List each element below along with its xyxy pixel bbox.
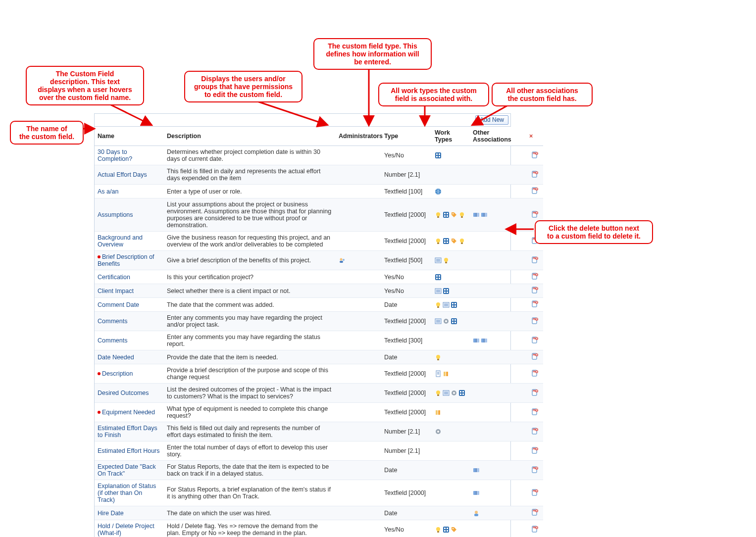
cell-admins (336, 232, 381, 251)
header-worktypes[interactable]: Work Types (432, 127, 470, 146)
custom-field-link[interactable]: Desired Outcomes (98, 390, 149, 396)
custom-field-link[interactable]: Estimated Effort Hours (98, 447, 160, 454)
delete-button[interactable] (531, 429, 538, 436)
custom-field-link[interactable]: Certification (98, 274, 130, 281)
custom-field-link[interactable]: Comments (98, 318, 127, 325)
cell-name: Expected Date "Back On Track" (95, 461, 164, 480)
custom-field-link[interactable]: Client Impact (98, 288, 134, 294)
book-icon (473, 211, 480, 218)
delete-button[interactable] (531, 172, 538, 179)
delete-button[interactable] (531, 490, 538, 497)
cell-delete (526, 364, 543, 384)
custom-field-link[interactable]: 30 Days to Completion? (98, 148, 132, 162)
table-row: CommentsEnter any comments you may have … (95, 331, 543, 350)
delete-button[interactable] (531, 258, 538, 265)
svg-rect-189 (447, 530, 448, 532)
cell-worktypes (432, 165, 470, 185)
delete-button[interactable] (531, 212, 538, 219)
add-new-button[interactable]: Add New (475, 115, 508, 125)
svg-rect-80 (447, 289, 448, 291)
book-icon (481, 337, 488, 344)
svg-point-86 (436, 302, 440, 306)
bulb-icon (458, 238, 465, 244)
custom-field-link[interactable]: As a/an (98, 188, 118, 195)
delete-button[interactable] (531, 371, 538, 378)
delete-button[interactable] (531, 153, 538, 160)
svg-rect-82 (447, 292, 448, 293)
header-description[interactable]: Description (164, 127, 336, 146)
cell-type: Textfield [2000] (381, 312, 432, 331)
delete-button[interactable] (531, 391, 538, 397)
cell-delete (526, 251, 543, 270)
cell-description: Give the business reason for requesting … (164, 232, 336, 251)
cell-name: Certification (95, 270, 164, 284)
delete-button[interactable] (531, 527, 538, 534)
cell-delete (526, 403, 543, 422)
custom-field-link[interactable]: Date Needed (98, 354, 134, 361)
table-row: Hire DateThe date on which the user was … (95, 506, 543, 520)
stack-icon (443, 370, 450, 377)
header-otherassoc[interactable]: Other Associations (470, 127, 526, 146)
bulb-icon (443, 257, 450, 264)
cell-delete (526, 461, 543, 480)
custom-field-link[interactable]: Hire Date (98, 510, 124, 517)
delete-button[interactable] (531, 410, 538, 417)
delete-button[interactable] (531, 338, 538, 345)
svg-point-183 (436, 527, 440, 531)
custom-field-link[interactable]: Comments (98, 337, 127, 344)
tag-icon (451, 211, 457, 218)
svg-rect-46 (444, 242, 446, 243)
cell-delete (526, 384, 543, 403)
delete-button[interactable] (531, 302, 538, 309)
cell-type: Number [2.1] (381, 165, 432, 185)
custom-field-link[interactable]: Explanation of Status (if other than On … (98, 483, 156, 503)
table-row: Background and OverviewGive the business… (95, 232, 543, 251)
svg-rect-26 (447, 213, 448, 214)
cell-description: Enter any comments you may have regardin… (164, 331, 336, 350)
header-admins[interactable]: Administrators (336, 127, 381, 146)
cell-worktypes (432, 251, 470, 270)
delete-button[interactable] (531, 189, 538, 195)
svg-point-105 (445, 320, 447, 322)
gear-icon (443, 318, 450, 325)
svg-rect-70 (439, 278, 440, 279)
cell-admins (336, 480, 381, 506)
custom-field-link[interactable]: Description (102, 370, 133, 377)
table-row: Desired OutcomesList the desired outcome… (95, 384, 543, 403)
table-row: Equipment NeededWhat type of equipment i… (95, 403, 543, 422)
custom-field-link[interactable]: Estimated Effort Days to Finish (98, 425, 157, 439)
delete-button[interactable] (531, 468, 538, 475)
custom-field-link[interactable]: Expected Date "Back On Track" (98, 463, 156, 477)
cell-worktypes (432, 441, 470, 461)
custom-field-link[interactable]: Background and Overview (98, 234, 143, 248)
svg-point-144 (453, 392, 455, 394)
table-row: Estimated Effort Days to FinishThis fiel… (95, 422, 543, 441)
cell-description: This field is filled in daily and repres… (164, 165, 336, 185)
custom-field-link[interactable]: Comment Date (98, 301, 139, 308)
svg-rect-133 (446, 372, 448, 376)
custom-field-link[interactable]: Equipment Needed (102, 409, 155, 416)
svg-rect-107 (452, 319, 454, 321)
delete-button[interactable] (531, 274, 538, 281)
cell-admins (336, 422, 381, 441)
cell-admins (336, 364, 381, 384)
header-name[interactable]: Name (95, 127, 164, 146)
cell-description: List the desired outcomes of the project… (164, 384, 336, 403)
delete-button[interactable] (531, 354, 538, 361)
custom-field-link[interactable]: Brief Description of Benefits (98, 253, 154, 267)
svg-point-190 (453, 528, 454, 529)
list-icon (443, 301, 450, 308)
delete-button[interactable] (531, 288, 538, 295)
delete-button[interactable] (531, 448, 538, 455)
cell-type: Yes/No (381, 270, 432, 284)
delete-button[interactable] (531, 319, 538, 326)
cell-name: Brief Description of Benefits (95, 251, 164, 270)
cell-type: Textfield [2000] (381, 480, 432, 506)
delete-button[interactable] (531, 510, 538, 517)
grid-icon (451, 301, 457, 308)
custom-field-link[interactable]: Hold / Delete Project (What-if) (98, 523, 154, 537)
custom-field-link[interactable]: Assumptions (98, 211, 133, 218)
custom-field-link[interactable]: Actual Effort Days (98, 171, 147, 178)
header-type[interactable]: Type (381, 127, 432, 146)
table-row: CommentsEnter any comments you may have … (95, 312, 543, 331)
